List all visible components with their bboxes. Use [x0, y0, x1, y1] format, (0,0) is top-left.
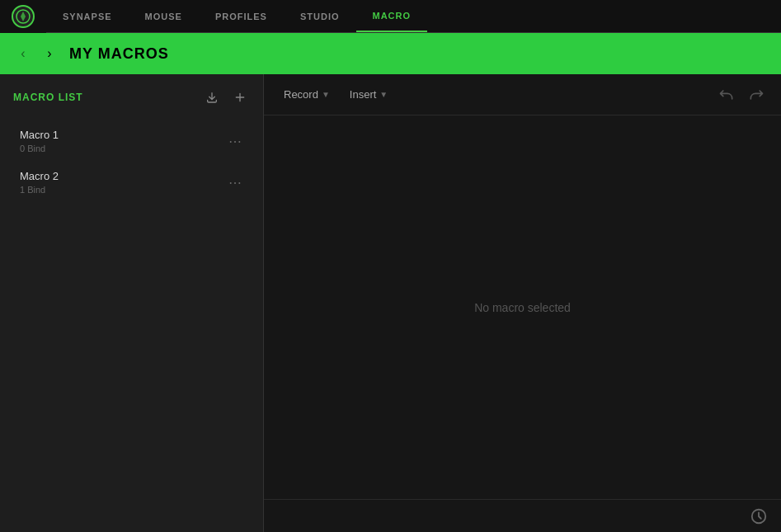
- clock-icon: [750, 507, 768, 525]
- macro-2-info: Macro 2 1 Bind: [20, 170, 59, 195]
- page-title: MY MACROS: [69, 45, 169, 63]
- canvas-area: No macro selected: [264, 115, 781, 499]
- left-panel: MACRO LIST Macro 1 0 Bi: [0, 74, 264, 532]
- bottom-bar: [264, 499, 781, 532]
- export-button[interactable]: [202, 87, 222, 107]
- undo-button[interactable]: [715, 83, 738, 106]
- macro-1-info: Macro 1 0 Bind: [20, 129, 59, 153]
- add-icon: [233, 91, 247, 104]
- macro-2-name: Macro 2: [20, 170, 59, 182]
- app-logo: [0, 0, 46, 33]
- undo-icon: [718, 87, 735, 103]
- header-icons: [202, 87, 250, 107]
- export-icon: [205, 91, 219, 104]
- nav-items: SYNAPSE MOUSE PROFILES STUDIO MACRO: [46, 0, 781, 32]
- macro-2-bind: 1 Bind: [20, 185, 59, 195]
- macro-list-title: MACRO LIST: [13, 92, 83, 103]
- macro-1-options-button[interactable]: ⋯: [228, 134, 243, 149]
- toolbar: Record ▼ Insert ▼: [264, 74, 781, 115]
- macro-1-name: Macro 1: [20, 129, 59, 141]
- add-macro-button[interactable]: [230, 87, 250, 107]
- macro-1-bind: 0 Bind: [20, 144, 59, 153]
- macro-item-2[interactable]: Macro 2 1 Bind ⋯: [13, 162, 250, 203]
- undo-redo-group: [715, 83, 768, 106]
- insert-label: Insert: [350, 88, 377, 101]
- nav-mouse[interactable]: MOUSE: [129, 0, 199, 32]
- right-panel: Record ▼ Insert ▼: [264, 74, 781, 532]
- back-arrow[interactable]: ‹: [13, 44, 33, 64]
- insert-dropdown-arrow: ▼: [379, 90, 388, 99]
- nav-synapse[interactable]: SYNAPSE: [46, 0, 129, 32]
- no-macro-text: No macro selected: [474, 301, 571, 314]
- nav-profiles[interactable]: PROFILES: [199, 0, 284, 32]
- razer-logo-icon: [16, 9, 31, 24]
- macro-2-options-button[interactable]: ⋯: [228, 175, 243, 191]
- redo-icon: [748, 87, 765, 103]
- top-nav: SYNAPSE MOUSE PROFILES STUDIO MACRO: [0, 0, 781, 33]
- logo-circle: [12, 5, 35, 28]
- macro-list-header: MACRO LIST: [13, 87, 250, 107]
- redo-button[interactable]: [745, 83, 768, 106]
- breadcrumb-bar: ‹ › MY MACROS: [0, 33, 781, 74]
- macro-item-1[interactable]: Macro 1 0 Bind ⋯: [13, 120, 250, 162]
- record-label: Record: [284, 88, 318, 101]
- forward-arrow[interactable]: ›: [40, 44, 59, 64]
- record-button[interactable]: Record ▼: [277, 85, 336, 104]
- history-button[interactable]: [750, 507, 768, 525]
- record-dropdown-arrow: ▼: [322, 90, 330, 99]
- insert-button[interactable]: Insert ▼: [343, 85, 394, 104]
- nav-macro[interactable]: MACRO: [356, 0, 428, 32]
- main-content: MACRO LIST Macro 1 0 Bi: [0, 74, 781, 532]
- nav-studio[interactable]: STUDIO: [284, 0, 356, 32]
